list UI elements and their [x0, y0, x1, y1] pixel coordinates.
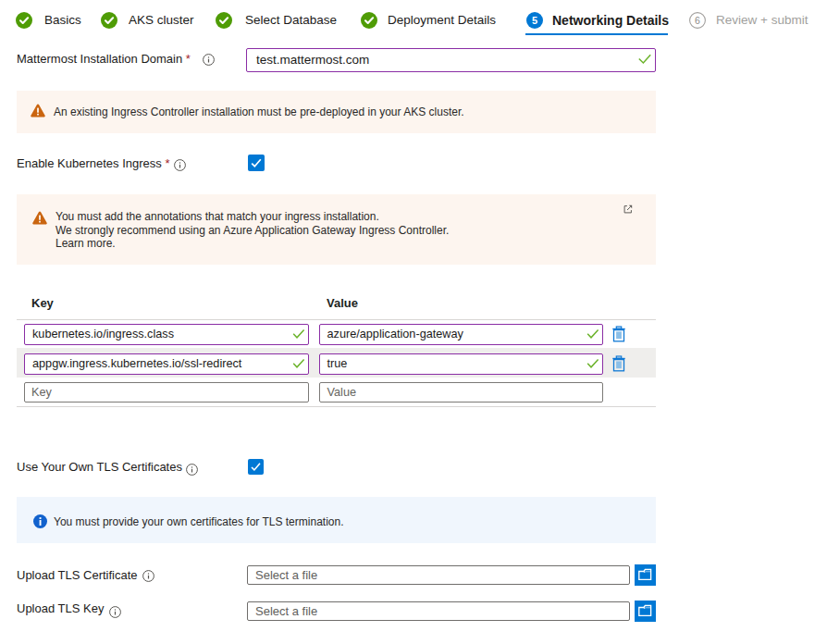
svg-text:6: 6: [695, 15, 700, 26]
svg-text:5: 5: [532, 15, 537, 26]
